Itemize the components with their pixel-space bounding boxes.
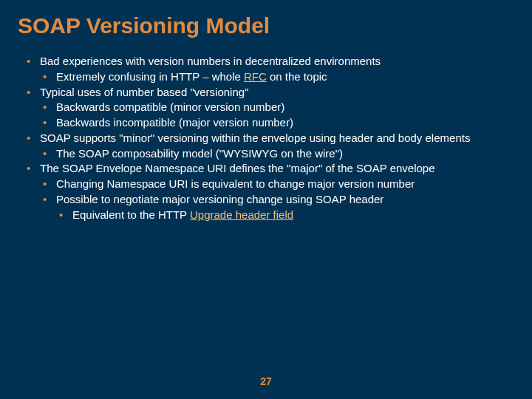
bullet-l1: Typical uses of number based "versioning… — [25, 86, 507, 130]
bullet-l1: The SOAP Envelope Namespace URI defines … — [25, 162, 507, 222]
bullet-l2: Possible to negotiate major versioning c… — [40, 193, 507, 222]
bullet-text: on the topic — [267, 70, 327, 83]
bullet-text: Possible to negotiate major versioning c… — [56, 193, 383, 205]
bullet-text: Backwards incompatible (major version nu… — [56, 116, 293, 129]
bullet-text: Changing Namespace URI is equivalent to … — [56, 177, 415, 190]
slide-title: SOAP Versioning Model — [18, 13, 532, 38]
upgrade-header-link[interactable]: Upgrade header field — [190, 208, 293, 221]
bullet-text: Typical uses of number based "versioning… — [40, 86, 248, 98]
bullet-text: Backwards compatible (minor version numb… — [56, 100, 284, 113]
bullet-l2: Changing Namespace URI is equivalent to … — [40, 177, 507, 191]
slide-body: Bad experiences with version numbers in … — [25, 55, 507, 222]
bullet-text: Extremely confusing in HTTP – whole — [56, 70, 244, 83]
bullet-l2: The SOAP composability model ("WYSIWYG o… — [40, 147, 507, 161]
bullet-l3: Equivalent to the HTTP Upgrade header fi… — [56, 208, 507, 222]
bullet-l2: Backwards compatible (minor version numb… — [40, 100, 507, 115]
bullet-text: The SOAP Envelope Namespace URI defines … — [40, 162, 435, 174]
bullet-text: SOAP supports "minor" versioning within … — [40, 132, 470, 144]
bullet-l2: Backwards incompatible (major version nu… — [40, 116, 507, 130]
rfc-link[interactable]: RFC — [244, 70, 267, 83]
bullet-text: Equivalent to the HTTP — [72, 208, 190, 221]
page-number: 27 — [0, 375, 532, 387]
bullet-l1: SOAP supports "minor" versioning within … — [25, 132, 507, 161]
bullet-l1: Bad experiences with version numbers in … — [25, 55, 507, 84]
bullet-l2: Extremely confusing in HTTP – whole RFC … — [40, 70, 507, 84]
bullet-text: The SOAP composability model ("WYSIWYG o… — [56, 147, 343, 160]
bullet-text: Bad experiences with version numbers in … — [40, 55, 381, 67]
